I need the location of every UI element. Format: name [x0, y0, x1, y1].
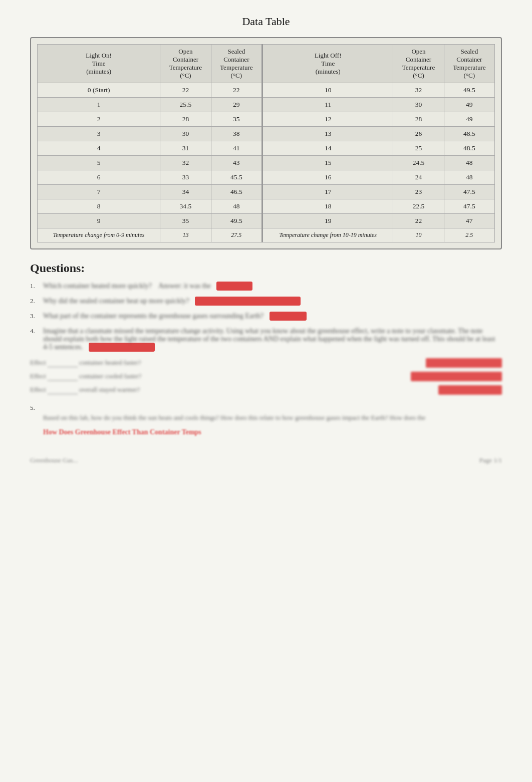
col-header-light-on-time: Light On!Time(minutes)	[38, 45, 160, 83]
fill-in-answer-2: Sealed container cooled slower	[411, 372, 502, 381]
cell-right-10-2: 2.5	[444, 228, 494, 242]
q5-answer: How Does Greenhouse Effect Than Containe…	[43, 428, 502, 436]
q3-text: What part of the container represents th…	[43, 312, 263, 320]
cell-right-1-1: 30	[393, 98, 444, 112]
q3-number: 3.	[30, 312, 40, 320]
cell-right-8-1: 22.5	[393, 199, 444, 214]
col-header-light-off-time: Light Off!Time(minutes)	[262, 45, 393, 83]
fill-in-section: Effect container heated faster? Sealed c…	[30, 358, 502, 395]
question-2: 2. Why did the sealed container heat up …	[30, 297, 502, 305]
fill-in-label-2: Effect container cooled faster?	[30, 372, 141, 381]
data-table: Light On!Time(minutes) OpenContainerTemp…	[37, 44, 495, 242]
cell-right-3-0: 13	[262, 127, 393, 141]
cell-right-0-0: 10	[262, 83, 393, 98]
cell-left-10-1: 13	[160, 228, 211, 242]
cell-right-6-2: 48	[444, 170, 494, 185]
q1-answer-label: Answer: it was the	[153, 282, 210, 290]
question-3: 3. What part of the container represents…	[30, 312, 502, 320]
cell-right-9-2: 47	[444, 214, 494, 228]
cell-right-10-0: Temperature change from 10-19 minutes	[262, 228, 393, 242]
cell-left-0-0: 0 (Start)	[38, 83, 160, 98]
cell-left-0-2: 22	[211, 83, 262, 98]
q3-answer: The lid	[270, 312, 307, 321]
cell-left-3-0: 3	[38, 127, 160, 141]
cell-right-7-2: 47.5	[444, 185, 494, 199]
col-header-open-temp-off: OpenContainerTemperature(°C)	[393, 45, 444, 83]
footer: Greenhouse Gas... Page 1/1	[30, 456, 502, 464]
question-5: 5. Based on this lab, how do you think t…	[30, 404, 502, 436]
cell-right-9-0: 19	[262, 214, 393, 228]
q5-text-blurred: Based on this lab, how do you think the …	[43, 414, 425, 421]
fill-in-row-1: Effect container heated faster? Sealed c…	[30, 358, 502, 368]
col-header-open-temp-on: OpenContainerTemperature(°C)	[160, 45, 211, 83]
fill-in-row-3: Effect overall stayed warmer? Open conta…	[30, 385, 502, 395]
cell-right-5-1: 24.5	[393, 156, 444, 170]
cell-left-1-2: 29	[211, 98, 262, 112]
cell-right-4-0: 14	[262, 141, 393, 156]
fill-in-answer-3: Open container still	[438, 385, 502, 395]
cell-right-9-1: 22	[393, 214, 444, 228]
q5-text: Based on this lab, how do you think the …	[43, 413, 502, 423]
cell-left-5-2: 43	[211, 156, 262, 170]
fill-in-label-3: Effect overall stayed warmer?	[30, 386, 140, 394]
cell-left-10-2: 27.5	[211, 228, 262, 242]
q4-answer: answer text blurred	[89, 343, 155, 352]
question-4: 4. Imagine that a classmate missed the t…	[30, 327, 502, 351]
cell-right-7-1: 23	[393, 185, 444, 199]
cell-right-2-1: 28	[393, 112, 444, 127]
cell-left-2-0: 2	[38, 112, 160, 127]
cell-left-3-2: 38	[211, 127, 262, 141]
cell-left-4-2: 41	[211, 141, 262, 156]
fill-in-answer-1: Sealed container with lid	[426, 358, 502, 368]
page-title: Data Table	[30, 15, 502, 28]
cell-left-10-0: Temperature change from 0-9 minutes	[38, 228, 160, 242]
q1-content: Which container heated more quickly? Ans…	[43, 282, 502, 290]
cell-left-7-2: 46.5	[211, 185, 262, 199]
cell-right-10-1: 10	[393, 228, 444, 242]
cell-left-4-0: 4	[38, 141, 160, 156]
cell-right-8-0: 18	[262, 199, 393, 214]
cell-right-5-0: 15	[262, 156, 393, 170]
q4-number: 4.	[30, 327, 40, 335]
questions-title: Questions:	[30, 262, 502, 275]
cell-left-3-1: 30	[160, 127, 211, 141]
cell-right-0-2: 49.5	[444, 83, 494, 98]
questions-section: Questions: 1. Which container heated mor…	[30, 262, 502, 436]
cell-left-6-0: 6	[38, 170, 160, 185]
cell-right-7-0: 17	[262, 185, 393, 199]
cell-left-0-1: 22	[160, 83, 211, 98]
cell-left-8-0: 8	[38, 199, 160, 214]
cell-left-4-1: 31	[160, 141, 211, 156]
cell-left-2-1: 28	[160, 112, 211, 127]
cell-left-9-0: 9	[38, 214, 160, 228]
cell-right-6-0: 16	[262, 170, 393, 185]
col-header-sealed-temp-on: SealedContainerTemperature(°C)	[211, 45, 262, 83]
cell-right-2-2: 49	[444, 112, 494, 127]
q2-content: Why did the sealed container heat up mor…	[43, 297, 502, 305]
cell-right-3-1: 26	[393, 127, 444, 141]
cell-right-8-2: 47.5	[444, 199, 494, 214]
q3-content: What part of the container represents th…	[43, 312, 502, 320]
cell-left-6-2: 45.5	[211, 170, 262, 185]
fill-in-label-1: Effect container heated faster?	[30, 359, 141, 367]
q1-answer: Sealed	[216, 282, 252, 291]
cell-left-2-2: 35	[211, 112, 262, 127]
fill-in-row-2: Effect container cooled faster? Sealed c…	[30, 372, 502, 381]
cell-right-5-2: 48	[444, 156, 494, 170]
cell-right-1-2: 49	[444, 98, 494, 112]
q5-content: Based on this lab, how do you think the …	[43, 404, 502, 436]
q4-content: Imagine that a classmate missed the temp…	[43, 327, 502, 351]
q2-number: 2.	[30, 297, 40, 305]
cell-right-1-0: 11	[262, 98, 393, 112]
cell-left-5-1: 32	[160, 156, 211, 170]
footer-right: Page 1/1	[479, 456, 502, 464]
footer-left: Greenhouse Gas...	[30, 456, 78, 464]
question-1: 1. Which container heated more quickly? …	[30, 282, 502, 290]
cell-left-8-1: 34.5	[160, 199, 211, 214]
q2-text: Why did the sealed container heat up mor…	[43, 297, 189, 305]
cell-left-1-0: 1	[38, 98, 160, 112]
cell-left-7-0: 7	[38, 185, 160, 199]
cell-right-4-2: 48.5	[444, 141, 494, 156]
q5-number: 5.	[30, 404, 40, 412]
cell-left-7-1: 34	[160, 185, 211, 199]
